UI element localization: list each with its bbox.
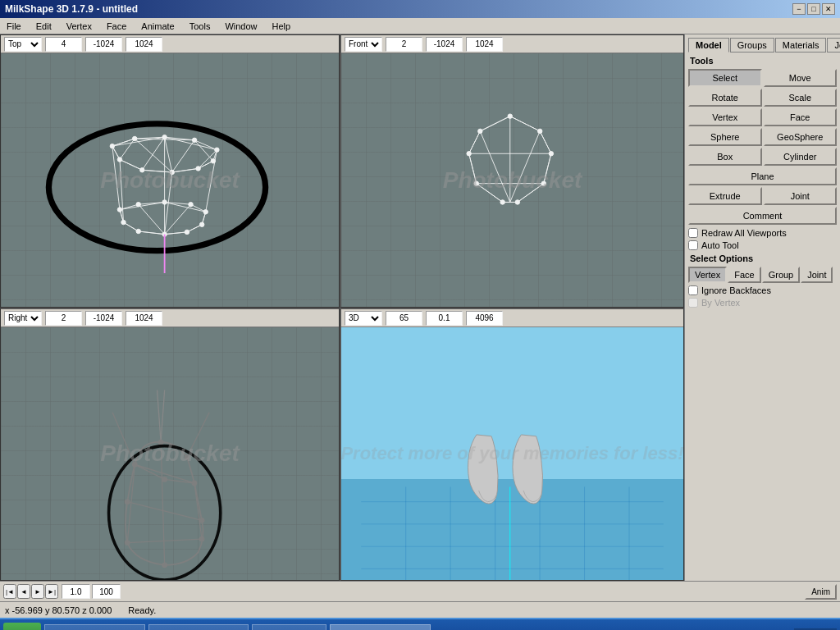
anim-button[interactable]: Anim	[805, 584, 837, 600]
geosphere-button[interactable]: GeoSphere	[764, 128, 838, 146]
tab-model[interactable]: Model	[688, 38, 729, 52]
extrude-button[interactable]: Extrude	[688, 187, 762, 205]
autotool-checkbox[interactable]	[688, 240, 698, 250]
viewport-right-min[interactable]	[85, 311, 122, 326]
right-panel: Model Groups Materials Joints Tools Sele…	[684, 34, 840, 581]
tab-materials[interactable]: Materials	[775, 38, 827, 52]
viewport-front-view-select[interactable]: FrontTopRight3D	[345, 37, 382, 52]
viewport-3d-far[interactable]	[466, 311, 503, 326]
redraw-label: Redraw All Viewports	[701, 228, 787, 238]
viewport-top-max[interactable]	[126, 37, 162, 52]
rotate-button[interactable]: Rotate	[688, 89, 762, 107]
menu-edit[interactable]: Edit	[33, 20, 55, 33]
app-title: MilkShape 3D 1.7.9 - untitled	[5, 3, 138, 15]
viewport-top-content: Photobucket	[1, 53, 339, 307]
anim-end-button[interactable]: ►|	[45, 584, 58, 599]
menu-window[interactable]: Window	[221, 20, 260, 33]
anim-total-input[interactable]	[92, 584, 121, 599]
viewport-right[interactable]: RightTopFront3D	[0, 308, 340, 581]
viewport-3d[interactable]: 3DTopFrontRight	[340, 308, 684, 581]
scale-button[interactable]: Scale	[764, 89, 838, 107]
tab-joints[interactable]: Joints	[827, 38, 840, 52]
viewport-front-min[interactable]	[426, 37, 463, 52]
plane-button[interactable]: Plane	[688, 167, 837, 185]
menubar: File Edit Vertex Face Animate Tools Wind…	[0, 18, 840, 34]
anim-next-button[interactable]: ►	[31, 584, 44, 599]
viewport-right-max[interactable]	[126, 311, 162, 326]
autotool-label: Auto Tool	[701, 240, 739, 250]
anim-row: |◄ ◄ ► ►| Anim	[0, 581, 840, 601]
minimize-button[interactable]: −	[792, 3, 806, 15]
menu-file[interactable]: File	[3, 20, 25, 33]
anim-navigation[interactable]: |◄ ◄ ► ►|	[3, 584, 58, 599]
viewports: TopFrontRight3D	[0, 34, 684, 581]
viewport-3d-view-select[interactable]: 3DTopFrontRight	[345, 311, 382, 326]
menu-vertex[interactable]: Vertex	[63, 20, 95, 33]
cylinder-button[interactable]: Cylinder	[764, 148, 838, 166]
tools-label: Tools	[690, 56, 837, 66]
ignore-backfaces-checkbox[interactable]	[688, 285, 698, 295]
joint-button[interactable]: Joint	[764, 187, 838, 205]
sphere-button[interactable]: Sphere	[688, 128, 762, 146]
ignore-backfaces-row: Ignore Backfaces	[688, 285, 837, 295]
viewport-top-zoom[interactable]	[45, 37, 82, 52]
face-sel-button[interactable]: Face	[728, 267, 760, 283]
3d-viewport-mesh-svg	[341, 345, 683, 580]
menu-tools[interactable]: Tools	[186, 20, 214, 33]
ignore-backfaces-label: Ignore Backfaces	[701, 285, 771, 295]
status-message: Ready.	[128, 605, 156, 615]
vertex-button[interactable]: Vertex	[688, 108, 762, 126]
main-area: TopFrontRight3D	[0, 34, 840, 581]
viewport-front[interactable]: FrontTopRight3D	[340, 34, 684, 308]
viewport-top[interactable]: TopFrontRight3D	[0, 34, 340, 308]
viewport-right-view-select[interactable]: RightTopFront3D	[4, 311, 42, 326]
vertex-sel-button[interactable]: Vertex	[688, 267, 727, 283]
joint-sel-button[interactable]: Joint	[801, 267, 833, 283]
menu-face[interactable]: Face	[103, 20, 130, 33]
by-vertex-label: By Vertex	[701, 298, 740, 308]
menu-help[interactable]: Help	[269, 20, 294, 33]
taskbar-items: The Hive Workshop - ... lolx222 - Photob…	[44, 624, 773, 630]
start-button[interactable]: start	[3, 623, 41, 630]
comment-button[interactable]: Comment	[688, 207, 837, 225]
viewport-3d-fov[interactable]	[386, 311, 422, 326]
viewport-top-view-select[interactable]: TopFrontRight3D	[4, 37, 42, 52]
viewport-front-zoom[interactable]	[386, 37, 422, 52]
box-button[interactable]: Box	[688, 148, 762, 166]
top-viewport-grid	[1, 53, 339, 307]
taskbar-item-photobucket[interactable]: lolx222 - Photobucket...	[148, 624, 249, 630]
select-options-buttons: Vertex Face Group Joint	[688, 267, 837, 283]
watermark-3d: Protect more of your memories for less!	[341, 443, 683, 464]
anim-start-button[interactable]: |◄	[3, 584, 16, 599]
status-coords: x -56.969 y 80.570 z 0.000	[5, 605, 112, 615]
by-vertex-checkbox[interactable]	[688, 298, 698, 308]
move-button[interactable]: Move	[764, 69, 838, 87]
right-viewport-grid	[1, 327, 339, 580]
taskbar-item-milkshape[interactable]: MilkShape 3D 1.7.9 - ...	[330, 624, 431, 630]
menu-animate[interactable]: Animate	[138, 20, 177, 33]
taskbar-item-hive[interactable]: The Hive Workshop - ...	[44, 624, 145, 630]
taskbar-item-paint[interactable]: tutorial11 - Paint	[252, 624, 326, 630]
anim-frame-input[interactable]	[62, 584, 90, 599]
select-button[interactable]: Select	[688, 69, 762, 87]
anim-prev-button[interactable]: ◄	[17, 584, 30, 599]
viewport-front-header: FrontTopRight3D	[341, 35, 683, 53]
viewport-top-header: TopFrontRight3D	[1, 35, 339, 53]
face-button[interactable]: Face	[764, 108, 838, 126]
maximize-button[interactable]: □	[807, 3, 820, 15]
panel-tabs[interactable]: Model Groups Materials Joints	[688, 38, 837, 52]
viewport-right-header: RightTopFront3D	[1, 309, 339, 327]
close-button[interactable]: ✕	[822, 3, 835, 15]
viewport-3d-near[interactable]	[426, 311, 463, 326]
titlebar: MilkShape 3D 1.7.9 - untitled − □ ✕	[0, 0, 840, 18]
viewport-top-min[interactable]	[85, 37, 122, 52]
viewport-right-zoom[interactable]	[45, 311, 82, 326]
tab-groups[interactable]: Groups	[730, 38, 774, 52]
group-sel-button[interactable]: Group	[762, 267, 801, 283]
viewport-front-max[interactable]	[466, 37, 503, 52]
tool-buttons: Select Move Rotate Scale Vertex Face Sph…	[688, 69, 837, 225]
by-vertex-row: By Vertex	[688, 298, 837, 308]
viewport-front-content: Photobucket	[341, 53, 683, 307]
window-controls[interactable]: − □ ✕	[792, 3, 835, 15]
redraw-checkbox[interactable]	[688, 228, 698, 238]
